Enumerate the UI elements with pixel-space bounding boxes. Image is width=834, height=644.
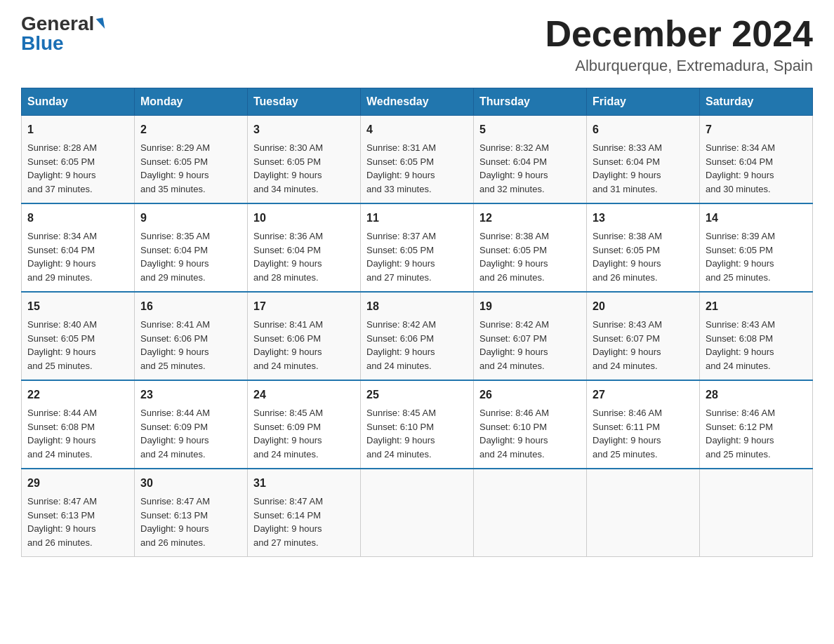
- day-number: 13: [593, 210, 694, 227]
- sunrise-label: Sunrise: 8:38 AM: [593, 231, 662, 241]
- day-number: 24: [253, 387, 355, 403]
- sunset-label: Sunset: 6:04 PM: [706, 156, 773, 167]
- daylight-label: Daylight: 9 hours: [479, 347, 548, 357]
- daylight-continued: and 24 minutes.: [479, 449, 545, 459]
- daylight-label: Daylight: 9 hours: [593, 347, 661, 357]
- calendar-table: Sunday Monday Tuesday Wednesday Thursday…: [21, 88, 813, 557]
- sunrise-label: Sunrise: 8:41 AM: [140, 319, 210, 330]
- sunset-label: Sunset: 6:04 PM: [140, 245, 208, 255]
- calendar-cell: 16 Sunrise: 8:41 AM Sunset: 6:06 PM Dayl…: [135, 292, 248, 380]
- daylight-label: Daylight: 9 hours: [593, 435, 661, 445]
- sunrise-label: Sunrise: 8:31 AM: [366, 142, 436, 153]
- sunrise-label: Sunrise: 8:43 AM: [593, 319, 662, 330]
- daylight-continued: and 25 minutes.: [706, 272, 771, 283]
- sunrise-label: Sunrise: 8:42 AM: [479, 319, 549, 330]
- day-number: 6: [593, 121, 694, 138]
- daylight-continued: and 37 minutes.: [27, 184, 93, 194]
- daylight-label: Daylight: 9 hours: [253, 170, 322, 180]
- day-number: 30: [140, 475, 241, 492]
- daylight-label: Daylight: 9 hours: [366, 347, 435, 357]
- calendar-cell: [700, 469, 813, 557]
- daylight-continued: and 26 minutes.: [593, 272, 658, 283]
- sunset-label: Sunset: 6:06 PM: [253, 333, 321, 344]
- sunrise-label: Sunrise: 8:29 AM: [140, 142, 210, 153]
- daylight-continued: and 33 minutes.: [366, 184, 432, 194]
- sunset-label: Sunset: 6:05 PM: [140, 156, 208, 167]
- calendar-cell: 6 Sunrise: 8:33 AM Sunset: 6:04 PM Dayli…: [587, 116, 700, 204]
- sunset-label: Sunset: 6:09 PM: [253, 422, 321, 432]
- sunset-label: Sunset: 6:13 PM: [140, 510, 208, 521]
- sunset-label: Sunset: 6:10 PM: [366, 422, 434, 432]
- sunrise-label: Sunrise: 8:32 AM: [479, 142, 549, 153]
- sunrise-label: Sunrise: 8:47 AM: [140, 496, 210, 507]
- daylight-label: Daylight: 9 hours: [253, 435, 322, 445]
- daylight-continued: and 32 minutes.: [479, 184, 545, 194]
- sunrise-label: Sunrise: 8:34 AM: [27, 231, 97, 241]
- sunset-label: Sunset: 6:05 PM: [479, 245, 547, 255]
- sunset-label: Sunset: 6:09 PM: [140, 422, 208, 432]
- daylight-label: Daylight: 9 hours: [27, 170, 96, 180]
- day-number: 2: [140, 121, 241, 138]
- header-sunday: Sunday: [22, 88, 135, 116]
- sunrise-label: Sunrise: 8:35 AM: [140, 231, 210, 241]
- calendar-cell: 4 Sunrise: 8:31 AM Sunset: 6:05 PM Dayli…: [361, 116, 474, 204]
- daylight-label: Daylight: 9 hours: [479, 170, 548, 180]
- daylight-label: Daylight: 9 hours: [366, 170, 435, 180]
- sunrise-label: Sunrise: 8:45 AM: [366, 408, 436, 418]
- daylight-label: Daylight: 9 hours: [366, 435, 435, 445]
- header-wednesday: Wednesday: [361, 88, 474, 116]
- calendar-cell: 28 Sunrise: 8:46 AM Sunset: 6:12 PM Dayl…: [700, 380, 813, 469]
- daylight-continued: and 34 minutes.: [253, 184, 319, 194]
- daylight-label: Daylight: 9 hours: [253, 347, 322, 357]
- calendar-cell: [361, 469, 474, 557]
- daylight-label: Daylight: 9 hours: [706, 258, 774, 269]
- calendar-cell: 30 Sunrise: 8:47 AM Sunset: 6:13 PM Dayl…: [135, 469, 248, 557]
- sunset-label: Sunset: 6:06 PM: [366, 333, 434, 344]
- daylight-continued: and 29 minutes.: [140, 272, 206, 283]
- daylight-label: Daylight: 9 hours: [706, 170, 774, 180]
- daylight-continued: and 25 minutes.: [706, 449, 771, 459]
- sunrise-label: Sunrise: 8:44 AM: [27, 408, 97, 418]
- calendar-cell: [474, 469, 587, 557]
- sunrise-label: Sunrise: 8:46 AM: [706, 408, 775, 418]
- daylight-continued: and 26 minutes.: [27, 537, 93, 548]
- sunrise-label: Sunrise: 8:47 AM: [253, 496, 323, 507]
- daylight-continued: and 28 minutes.: [253, 272, 319, 283]
- calendar-cell: [587, 469, 700, 557]
- daylight-label: Daylight: 9 hours: [140, 258, 209, 269]
- day-number: 4: [366, 121, 468, 138]
- calendar-cell: 25 Sunrise: 8:45 AM Sunset: 6:10 PM Dayl…: [361, 380, 474, 469]
- sunset-label: Sunset: 6:08 PM: [706, 333, 773, 344]
- sunrise-label: Sunrise: 8:38 AM: [479, 231, 549, 241]
- calendar-cell: 17 Sunrise: 8:41 AM Sunset: 6:06 PM Dayl…: [248, 292, 361, 380]
- day-number: 1: [27, 121, 128, 138]
- calendar-week-3: 15 Sunrise: 8:40 AM Sunset: 6:05 PM Dayl…: [22, 292, 813, 380]
- sunset-label: Sunset: 6:04 PM: [479, 156, 547, 167]
- calendar-cell: 5 Sunrise: 8:32 AM Sunset: 6:04 PM Dayli…: [474, 116, 587, 204]
- logo-general-text: General: [21, 14, 94, 34]
- day-number: 25: [366, 387, 468, 403]
- calendar-cell: 31 Sunrise: 8:47 AM Sunset: 6:14 PM Dayl…: [248, 469, 361, 557]
- calendar-cell: 7 Sunrise: 8:34 AM Sunset: 6:04 PM Dayli…: [700, 116, 813, 204]
- day-number: 27: [593, 387, 694, 403]
- sunrise-label: Sunrise: 8:45 AM: [253, 408, 323, 418]
- daylight-label: Daylight: 9 hours: [593, 258, 661, 269]
- calendar-cell: 29 Sunrise: 8:47 AM Sunset: 6:13 PM Dayl…: [22, 469, 135, 557]
- calendar-cell: 11 Sunrise: 8:37 AM Sunset: 6:05 PM Dayl…: [361, 203, 474, 292]
- sunrise-label: Sunrise: 8:33 AM: [593, 142, 662, 153]
- calendar-cell: 22 Sunrise: 8:44 AM Sunset: 6:08 PM Dayl…: [22, 380, 135, 469]
- header-monday: Monday: [135, 88, 248, 116]
- sunset-label: Sunset: 6:07 PM: [479, 333, 547, 344]
- daylight-continued: and 24 minutes.: [593, 361, 658, 371]
- calendar-cell: 26 Sunrise: 8:46 AM Sunset: 6:10 PM Dayl…: [474, 380, 587, 469]
- daylight-continued: and 25 minutes.: [593, 449, 658, 459]
- daylight-label: Daylight: 9 hours: [253, 258, 322, 269]
- daylight-label: Daylight: 9 hours: [366, 258, 435, 269]
- sunset-label: Sunset: 6:05 PM: [27, 333, 95, 344]
- day-number: 17: [253, 298, 355, 315]
- daylight-continued: and 24 minutes.: [27, 449, 93, 459]
- sunset-label: Sunset: 6:05 PM: [366, 245, 434, 255]
- sunset-label: Sunset: 6:04 PM: [253, 245, 321, 255]
- header-thursday: Thursday: [474, 88, 587, 116]
- day-number: 31: [253, 475, 355, 492]
